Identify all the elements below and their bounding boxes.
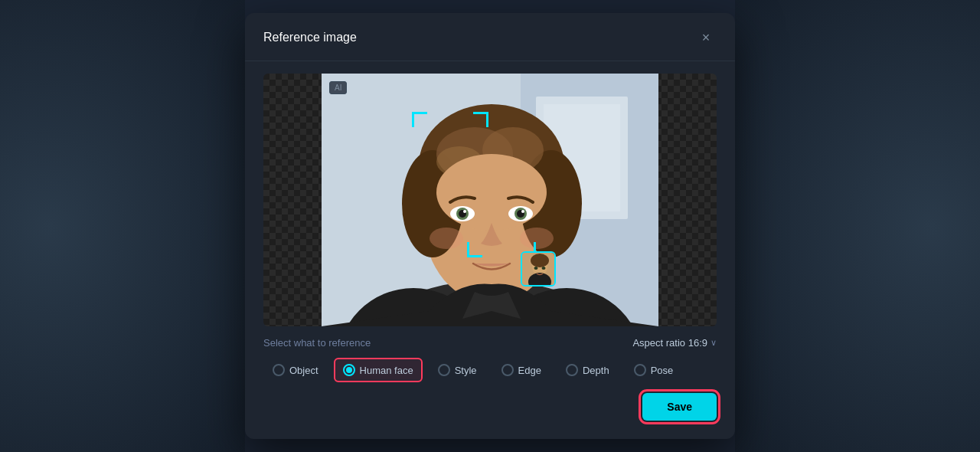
select-label: Select what to reference [263, 337, 371, 349]
option-label-style: Style [455, 365, 477, 376]
portrait-container: AI [322, 74, 658, 326]
modal-header: Reference image × [245, 13, 735, 61]
option-depth[interactable]: Depth [557, 358, 619, 382]
radio-edge [501, 364, 514, 376]
close-button[interactable]: × [695, 27, 717, 48]
face-bracket-bottom [467, 204, 536, 257]
controls-row: Select what to reference Aspect ratio 16… [263, 337, 717, 349]
face-bracket-top [412, 112, 488, 181]
option-label-edge: Edge [518, 365, 541, 376]
radio-style [438, 364, 450, 376]
option-edge[interactable]: Edge [492, 358, 550, 382]
svg-point-24 [430, 228, 463, 249]
ai-badge: AI [329, 81, 347, 94]
chevron-down-icon: ∨ [710, 338, 717, 348]
svg-point-28 [531, 254, 549, 267]
option-label-human-face: Human face [360, 365, 413, 376]
save-button[interactable]: Save [642, 393, 717, 421]
bottom-row: Save [263, 393, 717, 421]
modal-title: Reference image [263, 31, 357, 44]
option-style[interactable]: Style [429, 358, 486, 382]
svg-point-31 [542, 267, 546, 270]
radio-pose [634, 364, 646, 376]
option-human-face[interactable]: Human face [334, 358, 423, 382]
aspect-ratio-text: Aspect ratio 16:9 [632, 337, 707, 349]
svg-point-22 [463, 210, 466, 213]
reference-image-modal: Reference image × [245, 13, 735, 439]
face-thumbnail [521, 251, 556, 287]
svg-point-30 [534, 267, 538, 270]
modal-overlay: Reference image × [0, 0, 980, 452]
radio-human-face [343, 364, 355, 376]
modal-body: AI [245, 61, 735, 439]
options-row: ObjectHuman faceStyleEdgeDepthPose [263, 358, 717, 382]
option-label-pose: Pose [651, 365, 674, 376]
radio-object [273, 364, 285, 376]
radio-depth [566, 364, 578, 376]
option-pose[interactable]: Pose [625, 358, 683, 382]
option-label-object: Object [289, 365, 318, 376]
option-label-depth: Depth [583, 365, 609, 376]
aspect-ratio-button[interactable]: Aspect ratio 16:9 ∨ [632, 337, 717, 349]
option-object[interactable]: Object [263, 358, 328, 382]
image-area: AI [263, 74, 717, 326]
